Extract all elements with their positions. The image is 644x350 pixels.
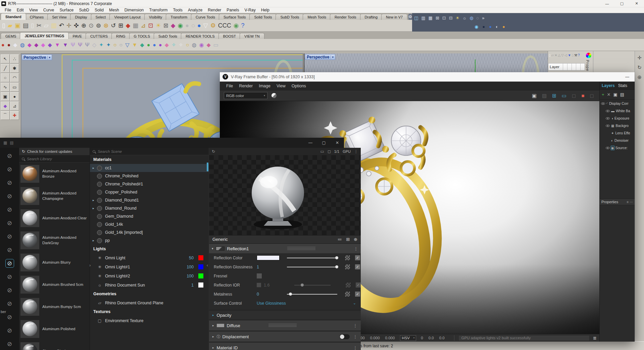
ball-violet-icon[interactable]: ◉ bbox=[199, 42, 204, 48]
library-material-item[interactable]: Aluminum Anodized Bronze bbox=[19, 163, 90, 185]
fillet-icon[interactable]: ⌒ bbox=[1, 111, 10, 120]
asset-editor-titlebar[interactable]: ▦ ▤ — ▢ ✕ bbox=[0, 138, 344, 148]
scene-search-input[interactable]: Search Scene bbox=[90, 148, 209, 155]
scene-asset-item[interactable]: ✳Omni Light#1100 bbox=[90, 262, 209, 271]
scene-asset-item[interactable]: ✳Omni Light50 bbox=[90, 253, 209, 262]
toolbar-tab[interactable]: RING bbox=[111, 33, 130, 39]
named-views-icon[interactable]: ◆ bbox=[126, 23, 130, 29]
viewport-menu-arrow-icon[interactable]: ▾ bbox=[47, 56, 50, 59]
color-wheel-icon[interactable]: ◉ bbox=[178, 23, 183, 29]
key-icon[interactable]: ⊟ bbox=[449, 16, 453, 20]
bulb-off-icon[interactable]: ☼ bbox=[462, 16, 466, 20]
sphere-dotted-icon[interactable]: ◌ bbox=[191, 23, 195, 29]
ortho-icon[interactable]: ⊿ bbox=[141, 23, 146, 29]
add-render-layer-icon[interactable]: ⊕ bbox=[354, 237, 357, 242]
menu-item[interactable]: Help bbox=[258, 8, 272, 12]
dark-sphere-icon[interactable]: ● bbox=[482, 25, 485, 29]
sparkle-teal-icon[interactable]: ✦ bbox=[99, 42, 103, 48]
ring-silver-icon[interactable]: ○ bbox=[119, 42, 122, 48]
rotate-view-icon[interactable]: ✜ bbox=[74, 23, 79, 29]
gem-magenta-icon[interactable]: ◆ bbox=[28, 42, 32, 48]
rectangle-icon[interactable]: ▭ bbox=[10, 83, 19, 92]
copy-icon[interactable]: ▱ bbox=[44, 23, 49, 29]
sphere-icon[interactable]: ● bbox=[10, 92, 19, 101]
region-render-icon[interactable]: ⊞ bbox=[552, 93, 556, 98]
tools-hammer-icon[interactable]: ⚒ bbox=[574, 54, 577, 57]
vfb-minimize-button[interactable]: — bbox=[620, 75, 635, 79]
metalness-value[interactable]: 0 bbox=[257, 292, 280, 297]
paste-icon[interactable]: ▥ bbox=[51, 23, 57, 29]
vray-library-icon[interactable]: ⊘ bbox=[6, 206, 14, 214]
cutter-magenta-icon[interactable]: ▼ bbox=[55, 42, 60, 48]
grid-icon[interactable]: ▦ bbox=[133, 23, 138, 29]
properties-panel-tab[interactable]: Prope bbox=[586, 60, 590, 71]
delete-layer-icon[interactable]: ✕ bbox=[554, 54, 557, 57]
light-color-swatch[interactable] bbox=[198, 273, 203, 278]
reflection-color-swatch[interactable] bbox=[257, 255, 280, 260]
box-icon[interactable]: ▣ bbox=[1, 92, 10, 101]
save-icon[interactable]: ▣ bbox=[15, 23, 20, 29]
asset-value[interactable]: 50 bbox=[181, 256, 194, 260]
blue-sphere-icon[interactable]: ● bbox=[489, 25, 492, 29]
move-up-icon[interactable]: △ bbox=[558, 54, 561, 57]
move-down-icon[interactable]: ▽ bbox=[561, 54, 564, 57]
render-teapot-icon[interactable]: ◻ bbox=[590, 93, 594, 98]
pan-hand-icon[interactable]: ✛ bbox=[637, 55, 642, 60]
scene-material-item[interactable]: Diamond_Round bbox=[90, 204, 209, 212]
scene-material-item[interactable]: cc1 bbox=[90, 164, 209, 172]
vray-library-icon[interactable]: ⊘ bbox=[6, 313, 14, 321]
toolbar-tab[interactable]: Standard bbox=[1, 13, 26, 20]
minimize-button[interactable]: — bbox=[600, 0, 614, 7]
earth-icon[interactable]: ◉ bbox=[234, 23, 239, 29]
menu-item[interactable]: View bbox=[27, 8, 41, 12]
new-layer-icon[interactable]: ▯ bbox=[549, 54, 551, 57]
vfb-layer-item[interactable]: ✦Lens Effe bbox=[600, 129, 635, 137]
collapse-library-handle[interactable]: › bbox=[89, 263, 91, 268]
metalness-slider[interactable] bbox=[287, 294, 337, 295]
toolbar-tab[interactable]: BOOST bbox=[218, 33, 241, 39]
ior-slider[interactable] bbox=[294, 285, 331, 286]
add-attribute-icon[interactable]: ⊞ bbox=[346, 237, 350, 242]
gem-darkred-icon[interactable]: ● bbox=[7, 42, 11, 48]
cut-icon[interactable]: ✂ bbox=[37, 23, 42, 29]
zoom-tool-icon[interactable]: ⊕ bbox=[637, 75, 642, 80]
glossiness-value[interactable]: 1 bbox=[257, 265, 280, 269]
viewport-title-tab[interactable]: Perspective ▾ bbox=[22, 54, 52, 60]
toolbar-tab[interactable]: Viewport Layout bbox=[109, 14, 145, 20]
panel-tab[interactable]: Stats bbox=[618, 83, 627, 88]
scene-asset-item[interactable]: ▢Environment Texture bbox=[90, 316, 209, 325]
scene-material-item[interactable]: Copper_Polished bbox=[90, 188, 209, 196]
library-material-item[interactable]: Aluminum Blurry bbox=[19, 251, 90, 273]
library-material-item[interactable]: Aluminum Bumpy 5cm bbox=[19, 296, 90, 318]
toolbar-gear-icon[interactable]: ⚙ bbox=[408, 14, 412, 20]
expand-arrow-icon[interactable] bbox=[93, 207, 97, 210]
toolbar-tab[interactable]: Solid Tools bbox=[249, 14, 277, 20]
star-curve-icon[interactable]: ✱ bbox=[10, 64, 19, 73]
vfb-layer-item[interactable]: ◉Source: bbox=[600, 144, 635, 151]
reflection-color-slider[interactable] bbox=[287, 258, 337, 258]
gem-icon[interactable]: ◆ bbox=[1, 101, 10, 111]
library-material-item[interactable]: Aluminum Polished bbox=[19, 318, 90, 340]
scene-asset-item[interactable]: ▱Rhino Document Ground Plane bbox=[90, 298, 209, 307]
expand-arrow-icon[interactable] bbox=[212, 346, 214, 349]
menu-item[interactable]: Render bbox=[205, 8, 224, 12]
properties-menu-icon[interactable]: ≡ ⋯ bbox=[627, 200, 633, 204]
menu-item[interactable]: View bbox=[274, 84, 289, 88]
library-material-item[interactable]: Aluminum Brushed 5cm bbox=[19, 273, 90, 296]
toolbar-tab[interactable]: Select bbox=[91, 14, 111, 20]
gem-teal-icon[interactable]: ◆ bbox=[140, 42, 144, 48]
glossiness-slider[interactable] bbox=[287, 267, 337, 267]
visibility-eye-icon[interactable] bbox=[606, 125, 610, 127]
bulb-on-icon[interactable]: ☀ bbox=[456, 16, 460, 20]
render-last-icon[interactable]: ◻ bbox=[572, 93, 576, 98]
menu-item[interactable]: Surface bbox=[57, 8, 76, 12]
sphere-gray-icon[interactable]: ● bbox=[185, 23, 189, 29]
save-image-icon[interactable]: ▣ bbox=[532, 93, 537, 98]
toolbar-tab[interactable]: New in V7 bbox=[381, 14, 407, 20]
maximize-button[interactable]: ▢ bbox=[614, 0, 629, 7]
vfb-titlebar[interactable]: V V-Ray Frame Buffer - [50.0% of 1920 x … bbox=[220, 72, 635, 82]
menu-item[interactable]: File bbox=[2, 8, 14, 12]
panels-icon[interactable]: ▥ bbox=[421, 16, 425, 20]
enable-checkbox[interactable]: ✓ bbox=[355, 255, 360, 260]
toolbar-tab[interactable]: Mesh Tools bbox=[303, 14, 331, 20]
